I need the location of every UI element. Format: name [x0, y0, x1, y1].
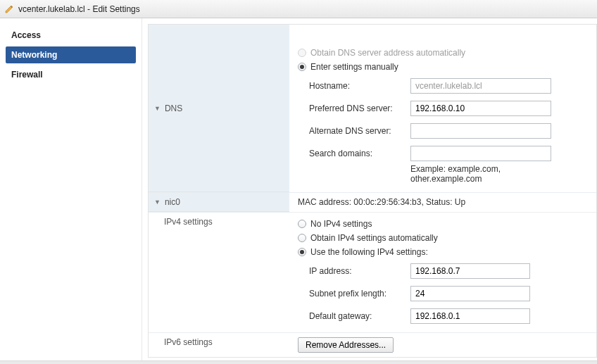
- radio-checked-icon: [298, 63, 306, 71]
- ipv4-no-radio-row[interactable]: No IPv4 settings: [298, 217, 588, 231]
- preferred-dns-label: Preferred DNS server:: [309, 103, 401, 113]
- sidebar: Access Networking Firewall: [0, 18, 142, 360]
- dns-auto-radio-row[interactable]: Obtain DNS server address automatically: [298, 46, 588, 60]
- radio-icon: [298, 220, 306, 228]
- sidebar-item-firewall[interactable]: Firewall: [6, 66, 136, 83]
- dns-section-body: Obtain DNS server address automatically …: [289, 25, 596, 192]
- remove-addresses-button[interactable]: Remove Addresses...: [298, 337, 394, 353]
- ipv4-auto-label: Obtain IPv4 settings automatically: [310, 233, 438, 243]
- search-domains-input[interactable]: [410, 146, 551, 161]
- ipv4-manual-label: Use the following IPv4 settings:: [310, 247, 428, 257]
- hostname-input[interactable]: [410, 78, 551, 94]
- caret-down-icon: ▼: [154, 199, 161, 206]
- sidebar-item-networking[interactable]: Networking: [6, 46, 136, 63]
- radio-icon: [298, 49, 306, 57]
- nic0-summary: MAC address: 00:0c:29:56:34:b3, Status: …: [289, 193, 596, 212]
- preferred-dns-input[interactable]: [410, 101, 551, 116]
- edit-icon: [4, 4, 14, 14]
- ipv6-heading: IPv6 settings: [149, 333, 289, 357]
- radio-checked-icon: [298, 248, 306, 256]
- ipv4-no-label: No IPv4 settings: [310, 219, 372, 229]
- default-gateway-input[interactable]: [410, 308, 530, 324]
- dns-auto-label: Obtain DNS server address automatically: [310, 48, 465, 58]
- ipv4-auto-radio-row[interactable]: Obtain IPv4 settings automatically: [298, 231, 588, 245]
- default-gateway-label: Default gateway:: [309, 311, 401, 321]
- subnet-prefix-label: Subnet prefix length:: [309, 289, 401, 299]
- dns-section-label: DNS: [165, 103, 182, 113]
- search-domains-hint: Example: example.com, other.example.com: [410, 164, 551, 184]
- nic0-section-header[interactable]: ▼ nic0: [149, 193, 289, 212]
- window-title: vcenter.lukelab.lcl - Edit Settings: [18, 4, 140, 14]
- search-domains-label: Search domains:: [309, 146, 401, 158]
- ipv4-manual-radio-row[interactable]: Use the following IPv4 settings:: [298, 245, 588, 259]
- main-content: ▼ DNS Obtain DNS server address automati…: [142, 18, 597, 360]
- titlebar: vcenter.lukelab.lcl - Edit Settings: [0, 0, 597, 18]
- footer-bar: [0, 360, 597, 364]
- ip-address-label: IP address:: [309, 266, 401, 276]
- caret-down-icon: ▼: [154, 105, 161, 112]
- hostname-label: Hostname:: [309, 81, 401, 91]
- dns-manual-radio-row[interactable]: Enter settings manually: [298, 60, 588, 74]
- alternate-dns-input[interactable]: [410, 123, 551, 139]
- alternate-dns-label: Alternate DNS server:: [309, 126, 401, 136]
- ipv4-heading: IPv4 settings: [149, 213, 289, 332]
- dns-manual-label: Enter settings manually: [310, 62, 398, 72]
- ipv4-body: No IPv4 settings Obtain IPv4 settings au…: [289, 213, 596, 332]
- sidebar-item-access[interactable]: Access: [6, 27, 136, 44]
- ipv6-body: Remove Addresses...: [289, 333, 596, 357]
- dns-section-header[interactable]: ▼ DNS: [149, 25, 289, 192]
- nic0-section-label: nic0: [165, 197, 180, 207]
- ip-address-input[interactable]: [410, 263, 530, 279]
- subnet-prefix-input[interactable]: [410, 286, 530, 301]
- radio-icon: [298, 234, 306, 242]
